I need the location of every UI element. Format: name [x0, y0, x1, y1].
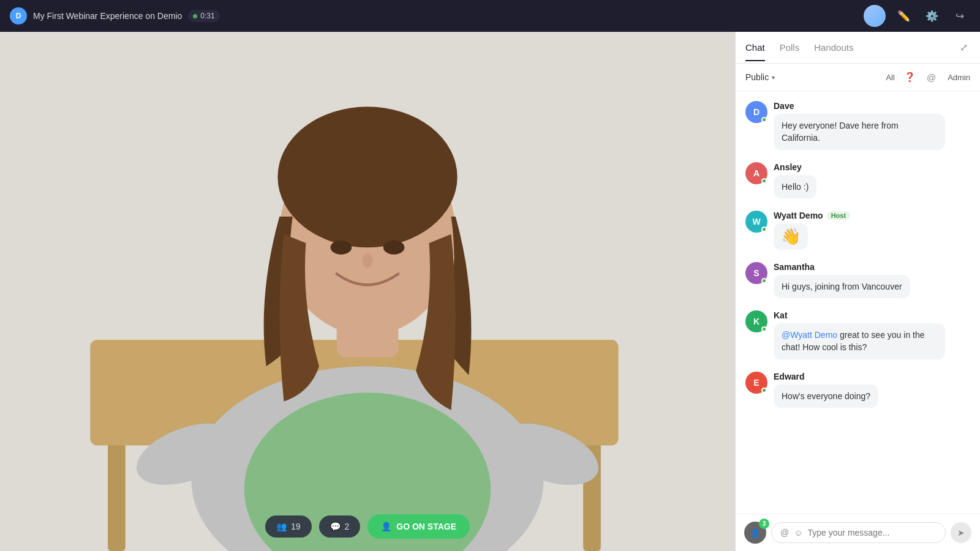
settings-icon-button[interactable]: ⚙️: [921, 6, 942, 26]
msg-bubble-kat: @Wyatt Demo great to see you in the chat…: [774, 323, 945, 359]
msg-content-ansley: Ansley Hello :): [774, 162, 970, 198]
input-user-avatar: 👤 3: [744, 522, 766, 544]
tabs-left: Chat Polls Handouts: [745, 34, 853, 61]
avatar-edward: E: [745, 372, 767, 394]
go-on-stage-label: GO ON STAGE: [396, 522, 456, 531]
presenter-video: [0, 32, 735, 551]
msg-bubble-ansley: Hello :): [774, 175, 816, 198]
chat-icon: 💬: [330, 522, 341, 531]
message-samantha: S Samantha Hi guys, joining from Vancouv…: [745, 262, 970, 298]
attendees-icon: 👥: [276, 522, 287, 531]
msg-bubble-wyatt: 👋: [774, 223, 808, 250]
edit-icon-button[interactable]: ✏️: [893, 6, 914, 26]
at-icon: @: [780, 528, 789, 538]
chat-message-input[interactable]: [808, 528, 937, 538]
msg-header-kat: Kat: [774, 310, 970, 320]
online-dot-edward: [761, 388, 767, 393]
top-bar-right: ✏️ ⚙️ ↪: [864, 5, 970, 27]
attendees-button[interactable]: 👥 19: [265, 515, 312, 538]
host-badge-wyatt: Host: [827, 211, 850, 220]
online-dot-samantha: [761, 278, 767, 283]
webinar-title: My First Webinar Experience on Demio: [33, 11, 182, 21]
chat-filter-bar: Public ▾ All ❓ @ Admin: [736, 64, 980, 91]
online-dot-ansley: [761, 178, 767, 184]
svg-point-13: [362, 253, 372, 268]
msg-content-wyatt: Wyatt Demo Host 👋: [774, 211, 970, 250]
tab-chat[interactable]: Chat: [745, 34, 765, 61]
avatar-ansley: A: [745, 162, 767, 184]
chat-button[interactable]: 💬 2: [319, 515, 361, 538]
help-icon-button[interactable]: ❓: [902, 70, 918, 84]
avatar-wyatt: W: [745, 211, 767, 233]
avatar-kat: K: [745, 310, 767, 332]
online-dot-kat: [761, 326, 767, 332]
message-wyatt: W Wyatt Demo Host 👋: [745, 211, 970, 250]
mention-icon-button[interactable]: @: [925, 70, 938, 84]
svg-point-12: [383, 241, 404, 255]
go-on-stage-icon: 👤: [381, 522, 391, 531]
msg-bubble-edward: How's everyone doing?: [774, 384, 878, 408]
attendees-count: 19: [291, 522, 301, 531]
live-indicator: [193, 14, 197, 18]
tab-polls[interactable]: Polls: [780, 34, 800, 61]
msg-name-dave: Dave: [774, 101, 794, 111]
svg-point-11: [331, 241, 352, 255]
msg-header-edward: Edward: [774, 372, 970, 381]
all-filter[interactable]: All: [886, 73, 894, 82]
msg-header-ansley: Ansley: [774, 162, 970, 172]
tab-handouts[interactable]: Handouts: [814, 34, 853, 61]
mention-wyatt: @Wyatt Demo: [782, 330, 837, 340]
msg-header-wyatt: Wyatt Demo Host: [774, 211, 970, 220]
online-dot-wyatt: [761, 227, 767, 232]
msg-name-edward: Edward: [774, 372, 805, 381]
panel-expand-icon[interactable]: ⤢: [957, 39, 970, 56]
message-dave: D Dave Hey everyone! Dave here from Cali…: [745, 101, 970, 150]
msg-bubble-samantha: Hi guys, joining from Vancouver: [774, 275, 910, 298]
msg-header-samantha: Samantha: [774, 262, 970, 272]
message-kat: K Kat @Wyatt Demo great to see you in th…: [745, 310, 970, 359]
admin-label[interactable]: Admin: [948, 73, 970, 82]
public-label: Public: [745, 72, 769, 82]
notification-badge: 3: [759, 519, 769, 529]
svg-point-10: [277, 107, 457, 247]
chat-messages: D Dave Hey everyone! Dave here from Cali…: [736, 91, 980, 514]
msg-content-kat: Kat @Wyatt Demo great to see you in the …: [774, 310, 970, 359]
chat-count: 2: [345, 522, 350, 531]
main-area: 👥 19 💬 2 👤 GO ON STAGE Chat Polls Handou…: [0, 32, 980, 551]
message-edward: E Edward How's everyone doing?: [745, 372, 970, 408]
msg-name-wyatt: Wyatt Demo: [774, 211, 823, 220]
chat-input-box: @ ☺: [771, 522, 946, 543]
send-button[interactable]: ➤: [951, 522, 971, 543]
panel-tabs: Chat Polls Handouts ⤢: [736, 32, 980, 64]
msg-content-samantha: Samantha Hi guys, joining from Vancouver: [774, 262, 970, 298]
video-area: 👥 19 💬 2 👤 GO ON STAGE: [0, 32, 735, 551]
top-bar: D My First Webinar Experience on Demio 0…: [0, 0, 980, 32]
top-bar-left: D My First Webinar Experience on Demio 0…: [10, 7, 220, 24]
msg-header-dave: Dave: [774, 101, 970, 111]
timer-badge: 0:31: [188, 10, 219, 22]
msg-name-kat: Kat: [774, 310, 788, 320]
msg-bubble-dave: Hey everyone! Dave here from California.: [774, 114, 945, 150]
avatar-samantha: S: [745, 262, 767, 284]
chat-input-area: 👤 3 @ ☺ ➤: [736, 514, 980, 551]
app-logo: D: [10, 7, 27, 24]
chevron-down-icon: ▾: [772, 74, 775, 81]
emoji-icon: ☺: [794, 528, 802, 538]
msg-content-edward: Edward How's everyone doing?: [774, 372, 970, 408]
message-ansley: A Ansley Hello :): [745, 162, 970, 198]
msg-name-samantha: Samantha: [774, 262, 815, 272]
bottom-controls: 👥 19 💬 2 👤 GO ON STAGE: [265, 514, 470, 539]
msg-name-ansley: Ansley: [774, 162, 802, 172]
user-avatar[interactable]: [864, 5, 886, 27]
msg-content-dave: Dave Hey everyone! Dave here from Califo…: [774, 101, 970, 150]
exit-icon-button[interactable]: ↪: [949, 6, 970, 26]
go-on-stage-button[interactable]: 👤 GO ON STAGE: [368, 514, 470, 539]
right-panel: Chat Polls Handouts ⤢ Public ▾ All ❓ @ A…: [735, 32, 980, 551]
public-selector[interactable]: Public ▾: [745, 72, 775, 82]
avatar-dave: D: [745, 101, 767, 123]
online-dot-dave: [761, 117, 767, 122]
